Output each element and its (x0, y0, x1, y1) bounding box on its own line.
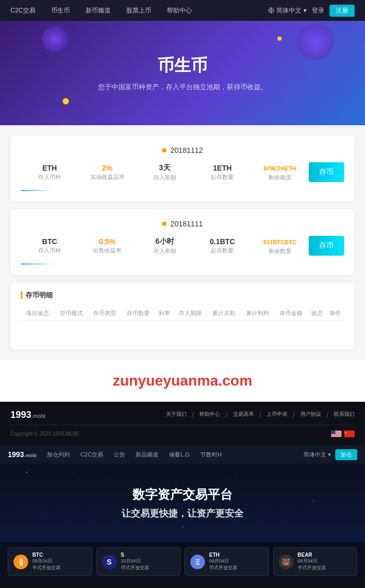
bear-info: BEAR 09月04日 半式开放交易 (298, 552, 326, 571)
eth-name: ETH (209, 552, 237, 558)
cn-flag-icon (344, 430, 355, 437)
exchange-nav-link-1[interactable]: 加仓列列 (47, 451, 70, 459)
col-cum2: 累计利利 (240, 306, 274, 321)
coin-value-2: BTC (21, 237, 78, 246)
col-total: 存币金额 (274, 306, 308, 321)
min-label-1: 起存数量 (193, 173, 251, 181)
footer-terms[interactable]: 用户协议 (300, 411, 321, 420)
us-flag-icon (331, 430, 342, 437)
s-info: S 10月04日 币式开放交易 (121, 552, 149, 571)
exchange-lang-selector[interactable]: 简体中文 ▾ (303, 451, 331, 459)
coin-label-2: 存入币种 (21, 247, 78, 255)
card-total-2: 911BTCBTC 剩余数量 (251, 237, 309, 255)
col-rate: 利率 (155, 306, 174, 321)
star-7 (182, 526, 184, 527)
coin-label-1: 存入币种 (21, 173, 78, 181)
footer-contact[interactable]: 联系我们 (334, 411, 355, 420)
top-navigation: C2C交易 币生币 新币频道 股票上币 帮助中心 简体中文 ▾ 登录 注册 (0, 0, 365, 21)
exchange-nav-right: 简体中文 ▾ 加仓 (303, 449, 357, 460)
coin-value-1: ETH (21, 164, 78, 172)
coin-card-btc[interactable]: ₿ BTC 09月04日 半式开放交易 (8, 547, 92, 576)
footer-rates[interactable]: 交易高率 (233, 411, 254, 420)
exchange-logo-text: 1993 (8, 450, 24, 459)
col-type: 存币类型 (88, 306, 121, 321)
rate-label-2: 出售收益率 (78, 247, 136, 255)
login-button[interactable]: 登录 (312, 6, 324, 15)
exchange-nav-link-2[interactable]: C2C交易 (80, 451, 103, 459)
tab-usdt[interactable]: USDT 交易 (8, 585, 52, 588)
min-value-1: 1ETH (193, 164, 251, 172)
holdings-section: 存币明细 项目状态 存币模式 存币类型 存币数量 利率 存入期限 累计京割 累计… (10, 283, 355, 350)
nav-help[interactable]: 帮助中心 (167, 6, 192, 15)
min-value-2: 0.1BTC (193, 237, 251, 246)
nav-newcoin[interactable]: 新币频道 (86, 6, 111, 15)
btc-status: 半式开放交易 (32, 565, 60, 571)
star-3 (156, 490, 157, 491)
s-icon: S (102, 555, 117, 569)
lang-text: 简体中文 (276, 6, 301, 15)
svg-rect-6 (331, 435, 342, 436)
total-value-1: 979ETHETH (251, 163, 309, 173)
coin-card-s[interactable]: S S 10月04日 币式开放交易 (96, 547, 181, 576)
star-6 (42, 516, 42, 517)
exchange-nav-link-3[interactable]: 公告 (114, 451, 125, 459)
date-dot-icon (162, 148, 166, 152)
bear-status: 半式开放交易 (298, 565, 326, 571)
exchange-lang-text: 简体中文 (303, 451, 326, 458)
exchange-nav-link-5[interactable]: 储蓄L.G (169, 451, 190, 459)
deposit-button-2[interactable]: 存币 (309, 236, 344, 256)
period-value-2: 6小时 (136, 237, 193, 246)
card-date-1: 20181112 (171, 146, 203, 154)
rate-label-1: 实场收益品率 (78, 173, 136, 181)
footer-about[interactable]: 关于我们 (166, 411, 187, 420)
offering-card-1: 20181112 ETH 存入币种 2% 实场收益品率 3天 存入班期 1ETH… (10, 136, 355, 201)
exchange-nav-link-4[interactable]: 新品频道 (136, 451, 159, 459)
col-cum1: 累计京割 (207, 306, 240, 321)
exchange-logo: 1993.mobi (8, 450, 36, 459)
card-coin-1: ETH 存入币种 (21, 164, 78, 181)
footer-links: 关于我们 / 帮助中心 / 交易高率 / 上币申请 / 用户协议 / 联系我们 (166, 411, 355, 420)
tab-eth[interactable]: ETH 交易 (131, 585, 170, 588)
chevron-down-icon: ▾ (303, 7, 307, 14)
coin-card-bear[interactable]: 🐻 BEAR 09月04日 半式开放交易 (273, 547, 358, 576)
card-date-row-2: 20181111 (21, 220, 344, 228)
footer-logo: 1993.mobi (10, 410, 45, 421)
hero-title: 币生币 (157, 54, 208, 77)
card-date-row-1: 20181112 (21, 146, 344, 154)
decorative-dot-2 (277, 37, 282, 41)
star-2 (78, 479, 79, 480)
title-bar-icon (21, 292, 22, 299)
exchange-nav-link-6[interactable]: 节数时H (200, 451, 222, 459)
svg-rect-9 (344, 430, 355, 437)
card-divider-2 (21, 263, 52, 265)
exchange-register-button[interactable]: 加仓 (335, 449, 357, 460)
btc-icon: ₿ (14, 555, 28, 569)
language-selector[interactable]: 简体中文 ▾ (268, 6, 307, 15)
nav-c2c[interactable]: C2C交易 (10, 6, 35, 15)
rate-value-2: 0.5% (78, 237, 136, 246)
empty-state (21, 321, 344, 342)
nav-listing[interactable]: 股票上币 (126, 6, 151, 15)
col-period: 存入期限 (174, 306, 207, 321)
watermark-section: zunyueyuanma.com (0, 360, 365, 402)
tab-btc[interactable]: BTC 交易 (92, 585, 131, 588)
coin-card-eth[interactable]: Ξ ETH 09月04日 币式开放交易 (185, 547, 269, 576)
watermark-text: zunyueyuanma.com (113, 373, 252, 389)
col-mode: 存币模式 (54, 306, 88, 321)
nav-coin[interactable]: 币生币 (51, 6, 70, 15)
hero-section: 币生币 您于中国富币种资产，存入平台独立池期，获得币收益。 (0, 21, 365, 125)
footer-help[interactable]: 帮助中心 (199, 411, 220, 420)
register-button[interactable]: 注册 (330, 5, 355, 17)
tab-cnc[interactable]: CNC 交易 (52, 585, 92, 588)
star-5 (313, 500, 314, 501)
eth-info: ETH 09月04日 币式开放交易 (209, 552, 237, 571)
deposit-button-1[interactable]: 存币 (309, 162, 344, 182)
footer-top-row: 1993.mobi 关于我们 / 帮助中心 / 交易高率 / 上币申请 / 用户… (10, 410, 355, 425)
hero-subtitle: 您于中国富币种资产，存入平台独立池期，获得币收益。 (98, 82, 267, 92)
card-rate-1: 2% 实场收益品率 (78, 164, 136, 181)
s-status: 币式开放交易 (121, 565, 149, 571)
card-info-row-2: BTC 存入币种 0.5% 出售收益率 6小时 存入班期 0.1BTC 起存数量… (21, 236, 344, 256)
coin-cards-row: ₿ BTC 09月04日 半式开放交易 S S 10月04日 币式开放交易 Ξ … (0, 542, 365, 581)
footer-listing[interactable]: 上币申请 (266, 411, 287, 420)
decorative-dot-1 (63, 98, 69, 104)
